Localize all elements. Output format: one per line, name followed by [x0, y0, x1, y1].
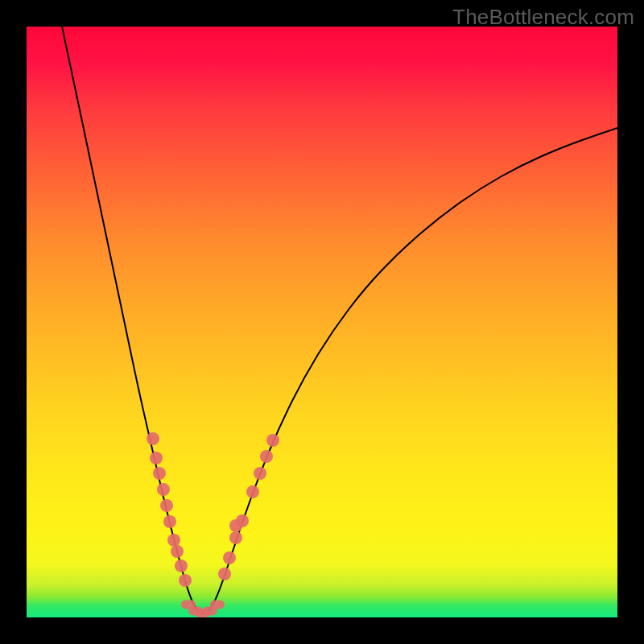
svg-point-6: [167, 534, 180, 547]
v-curve: [62, 27, 617, 613]
svg-point-2: [153, 467, 166, 480]
svg-point-9: [179, 574, 192, 587]
svg-point-0: [147, 432, 159, 445]
gradient-plot-area: [27, 27, 617, 617]
curve-svg: [27, 27, 617, 617]
svg-point-14: [246, 485, 259, 498]
svg-point-12: [223, 551, 236, 564]
svg-rect-23: [210, 601, 225, 609]
watermark-text: TheBottleneck.com: [452, 5, 634, 30]
svg-point-18: [229, 519, 242, 532]
svg-point-17: [266, 434, 279, 447]
svg-point-4: [160, 499, 173, 512]
svg-point-15: [254, 467, 266, 480]
svg-point-8: [175, 559, 188, 572]
svg-point-16: [260, 450, 273, 463]
image-canvas: TheBottleneck.com: [0, 0, 644, 644]
svg-point-1: [150, 452, 163, 464]
scatter-dots: [147, 432, 279, 617]
svg-point-11: [229, 531, 242, 544]
svg-point-3: [157, 483, 170, 496]
svg-point-7: [171, 545, 184, 558]
svg-point-5: [163, 515, 176, 528]
svg-point-13: [218, 568, 231, 580]
